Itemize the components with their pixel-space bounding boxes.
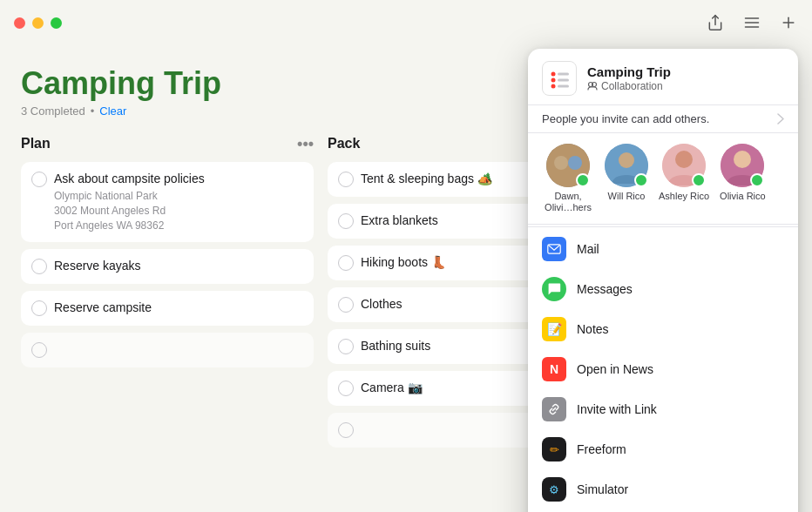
maximize-button[interactable] [51,17,62,29]
notes-label: Notes [577,322,609,336]
avatar [721,144,764,187]
checkbox[interactable] [338,213,354,229]
plan-header: Plan ••• [21,135,314,153]
list-item[interactable]: Reserve campsite [21,291,314,326]
checkbox[interactable] [31,342,47,358]
notes-icon: 📝 [542,317,566,341]
plan-more-button[interactable]: ••• [297,135,314,153]
list-item[interactable]: Reserve kayaks [21,249,314,284]
minimize-button[interactable] [32,17,44,29]
checkbox[interactable] [338,381,354,396]
notes-menu-item[interactable]: 📝 Notes [528,309,798,349]
title-bar [0,0,812,45]
collaborator[interactable]: Will Rico [605,144,648,213]
avatar-badge [634,173,648,187]
close-button[interactable] [14,17,25,29]
item-text: Hiking boots 👢 [361,254,446,272]
item-text: Clothes [361,296,402,313]
freeform-icon: ✏ [542,437,566,461]
add-button[interactable] [779,13,798,32]
avatar [546,144,590,187]
invite-link-label: Invite with Link [577,402,657,416]
list-view-button[interactable] [742,13,761,32]
checkbox[interactable] [31,172,47,187]
freeform-label: Freeform [577,442,626,456]
svg-rect-11 [558,79,569,82]
svg-point-21 [675,151,693,168]
item-text: Tent & sleeping bags 🏕️ [361,171,492,188]
avatar-badge [576,173,590,187]
share-button[interactable] [706,13,725,32]
ashley-rico-name: Ashley Rico [659,191,709,202]
popover-subtitle: Collaboration [587,80,671,92]
svg-point-19 [619,152,634,168]
mail-menu-item[interactable]: Mail [528,229,798,269]
popover-header: Camping Trip Collaboration [528,49,798,105]
open-in-news-menu-item[interactable]: N Open in News [528,349,798,389]
messages-menu-item[interactable]: Messages [528,269,798,309]
simulator-label: Simulator [577,482,628,496]
avatar-name: Olivia Rico [720,191,766,202]
messages-label: Messages [577,282,633,296]
checkbox[interactable] [31,259,47,274]
svg-point-7 [551,72,556,77]
news-label: Open in News [577,362,653,376]
svg-point-23 [734,151,751,168]
simulator-icon: ⚙ [542,477,566,502]
plan-column: Plan ••• Ask about campsite policies Oly… [21,135,314,374]
plan-title: Plan [21,136,51,152]
svg-point-16 [554,156,568,170]
completed-count: 3 Completed [21,104,85,118]
collaboration-label: Collaboration [601,80,663,92]
collaborators-row: Dawn, Olivi…hers Will Rico [528,133,798,225]
avatar [662,144,706,187]
checkbox[interactable] [338,255,354,271]
simulator-menu-item[interactable]: ⚙ Simulator [528,469,798,509]
item-text: Reserve kayaks [54,258,141,275]
checkbox[interactable] [338,172,354,187]
checkbox[interactable] [31,300,47,316]
popover-note-title: Camping Trip [587,64,671,79]
pack-title: Pack [328,136,360,152]
list-item-empty[interactable] [21,333,314,367]
svg-point-17 [568,156,582,170]
mail-icon [542,237,566,261]
invite-row: People you invite can add others. [528,105,798,133]
list-item[interactable]: Ask about campsite policies Olympic Nati… [21,162,314,242]
link-icon [542,397,566,421]
checkbox[interactable] [338,339,354,354]
share-popover: Camping Trip Collaboration People you in… [528,49,798,512]
item-subtext: Olympic National Park3002 Mount Angeles … [54,189,205,232]
checkbox[interactable] [338,422,354,438]
dot-separator: • [91,104,95,118]
checkbox[interactable] [338,297,354,313]
invite-text: People you invite can add others. [542,112,709,125]
item-text: Bathing suits [361,338,430,355]
avatar-name: Will Rico [608,191,646,202]
collaborator[interactable]: Dawn, Olivi…hers [542,144,594,213]
item-text: Ask about campsite policies [54,171,205,188]
clear-button[interactable]: Clear [99,104,126,118]
news-icon: N [542,357,566,381]
svg-rect-12 [558,85,569,88]
avatar-badge [692,173,706,187]
collaborator[interactable]: Ashley Rico [659,144,709,213]
invite-with-link-menu-item[interactable]: Invite with Link [528,389,798,429]
traffic-lights [14,17,62,29]
svg-rect-10 [558,73,569,76]
svg-point-9 [551,84,556,89]
collaborator[interactable]: Olivia Rico [720,144,766,213]
svg-point-8 [551,78,556,83]
title-bar-actions [706,13,798,32]
popover-title-group: Camping Trip Collaboration [587,64,671,92]
menu-separator [528,226,798,227]
avatar [605,144,648,187]
avatar-name: Dawn, Olivi…hers [542,191,594,213]
avatar-badge [750,173,764,187]
item-text: Camera 📷 [361,380,423,397]
item-text: Extra blankets [361,212,438,230]
messages-icon [542,277,566,301]
mail-label: Mail [577,242,599,256]
item-text: Reserve campsite [54,300,152,317]
freeform-menu-item[interactable]: ✏ Freeform [528,429,798,469]
